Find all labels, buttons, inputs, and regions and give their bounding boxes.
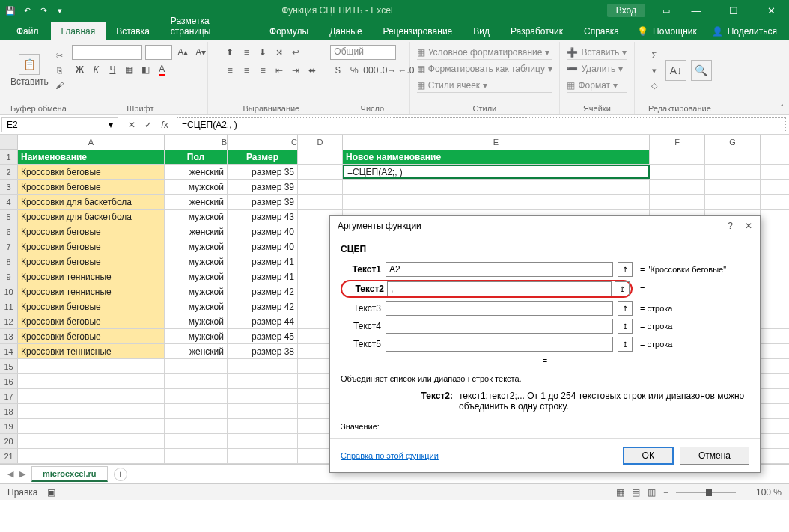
dialog-close-icon[interactable]: ✕ — [745, 221, 752, 231]
cell[interactable]: размер 38 — [228, 344, 298, 358]
autosum-icon[interactable]: Σ — [648, 49, 661, 62]
clear-icon[interactable]: ◇ — [648, 79, 661, 92]
cell[interactable] — [705, 195, 761, 209]
grow-font-icon[interactable]: A▴ — [175, 45, 190, 60]
zoom-in-icon[interactable]: + — [743, 487, 749, 498]
ok-button[interactable]: ОК — [623, 447, 674, 465]
cell[interactable]: размер 35 — [228, 165, 298, 179]
row-header[interactable]: 6 — [0, 224, 18, 239]
cell[interactable]: мужской — [165, 210, 228, 224]
cell[interactable] — [165, 404, 228, 418]
wrap-text-icon[interactable]: ↩ — [288, 45, 303, 60]
col-header[interactable]: E — [343, 135, 650, 150]
cell[interactable]: мужской — [165, 269, 228, 284]
ribbon-display-icon[interactable]: ▭ — [659, 3, 674, 18]
tab-layout[interactable]: Разметка страницы — [160, 12, 259, 40]
copy-icon[interactable]: ⎘ — [53, 64, 67, 77]
cell[interactable]: размер 44 — [228, 314, 298, 328]
row-header[interactable]: 7 — [0, 239, 18, 254]
tab-nav-next-icon[interactable]: ▶ — [19, 469, 25, 479]
cell[interactable]: женский — [165, 165, 228, 179]
row-header[interactable]: 16 — [0, 374, 18, 388]
row-header[interactable]: 8 — [0, 254, 18, 269]
cell[interactable]: размер 41 — [228, 269, 298, 284]
cell[interactable]: женский — [165, 344, 228, 358]
row-header[interactable]: 5 — [0, 210, 18, 224]
row-header[interactable]: 4 — [0, 195, 18, 209]
range-select-icon[interactable]: ↥ — [618, 337, 633, 352]
cell[interactable] — [298, 150, 343, 164]
cell[interactable]: мужской — [165, 314, 228, 328]
login-button[interactable]: Вход — [607, 4, 645, 17]
tab-file[interactable]: Файл — [4, 22, 51, 40]
number-format[interactable]: Общий — [330, 45, 396, 60]
tab-help[interactable]: Справка — [573, 22, 630, 40]
cell[interactable]: размер 42 — [228, 284, 298, 299]
col-header[interactable]: C — [228, 135, 298, 150]
cell[interactable] — [165, 374, 228, 388]
row-header[interactable]: 19 — [0, 419, 18, 433]
format-painter-icon[interactable]: 🖌 — [53, 79, 67, 92]
tab-insert[interactable]: Вставка — [106, 22, 160, 40]
bold-button[interactable]: Ж — [72, 62, 87, 77]
comma-icon[interactable]: 000 — [363, 63, 378, 78]
cell[interactable] — [18, 389, 165, 403]
cell[interactable]: Кроссовки беговые — [18, 329, 165, 343]
merge-icon[interactable]: ⬌ — [305, 63, 320, 78]
inc-decimal-icon[interactable]: .0→ — [380, 63, 396, 78]
cell-styles-button[interactable]: ▦ Стили ячеек ▾ — [417, 78, 552, 93]
view-layout-icon[interactable]: ▤ — [632, 487, 640, 498]
cell[interactable]: размер 42 — [228, 299, 298, 314]
cell[interactable]: Размер — [228, 150, 298, 164]
cell[interactable]: Кроссовки беговые — [18, 165, 165, 179]
tab-review[interactable]: Рецензирование — [373, 22, 463, 40]
fill-color-icon[interactable]: ◧ — [138, 62, 153, 77]
row-header[interactable]: 14 — [0, 344, 18, 358]
cell[interactable] — [18, 359, 165, 373]
currency-icon[interactable]: $ — [330, 63, 345, 78]
row-header[interactable]: 10 — [0, 284, 18, 299]
tab-data[interactable]: Данные — [319, 22, 372, 40]
cell[interactable] — [165, 419, 228, 433]
cell[interactable]: размер 39 — [228, 180, 298, 194]
cell[interactable]: размер 43 — [228, 210, 298, 224]
cell[interactable] — [18, 449, 165, 463]
tab-formulas[interactable]: Формулы — [259, 22, 319, 40]
row-header[interactable]: 20 — [0, 434, 18, 448]
cancel-formula-icon[interactable]: ✕ — [126, 120, 138, 130]
cell[interactable] — [228, 359, 298, 373]
share-button[interactable]: 👤 Поделиться — [704, 22, 785, 40]
cell[interactable]: размер 41 — [228, 254, 298, 269]
cell[interactable]: Кроссовки беговые — [18, 239, 165, 254]
cell[interactable] — [165, 434, 228, 448]
range-select-icon[interactable]: ↥ — [618, 262, 633, 277]
indent-dec-icon[interactable]: ⇤ — [272, 63, 287, 78]
row-header[interactable]: 1 — [0, 150, 18, 164]
sort-filter-button[interactable]: A↓ — [665, 60, 686, 81]
row-header[interactable]: 11 — [0, 299, 18, 314]
cell[interactable] — [705, 180, 761, 194]
cell[interactable]: Кроссовки теннисные — [18, 269, 165, 284]
align-bottom-icon[interactable]: ⬇ — [255, 45, 270, 60]
view-pagebreak-icon[interactable]: ▥ — [648, 487, 656, 498]
conditional-format-button[interactable]: ▦ Условное форматирование ▾ — [417, 45, 552, 60]
cell[interactable] — [228, 374, 298, 388]
cell[interactable]: Кроссовки беговые — [18, 254, 165, 269]
save-icon[interactable]: 💾 — [3, 3, 18, 18]
insert-cells-button[interactable]: ➕ Вставить ▾ — [567, 45, 627, 60]
delete-cells-button[interactable]: ➖ Удалить ▾ — [567, 61, 627, 76]
cell[interactable]: Кроссовки для баскетбола — [18, 195, 165, 209]
row-header[interactable]: 17 — [0, 389, 18, 403]
maximize-button[interactable]: ☐ — [719, 0, 749, 21]
cell[interactable] — [228, 449, 298, 463]
cell[interactable]: Кроссовки беговые — [18, 224, 165, 239]
active-cell[interactable]: =СЦЕП(A2;, ) — [343, 165, 650, 179]
align-center-icon[interactable]: ≡ — [239, 63, 254, 78]
cell[interactable]: Пол — [165, 150, 228, 164]
name-box[interactable]: E2▾ — [1, 117, 118, 132]
cell[interactable] — [298, 195, 343, 209]
function-help-link[interactable]: Справка по этой функции — [341, 451, 439, 460]
row-header[interactable]: 13 — [0, 329, 18, 343]
cell[interactable] — [18, 434, 165, 448]
cell[interactable] — [165, 359, 228, 373]
